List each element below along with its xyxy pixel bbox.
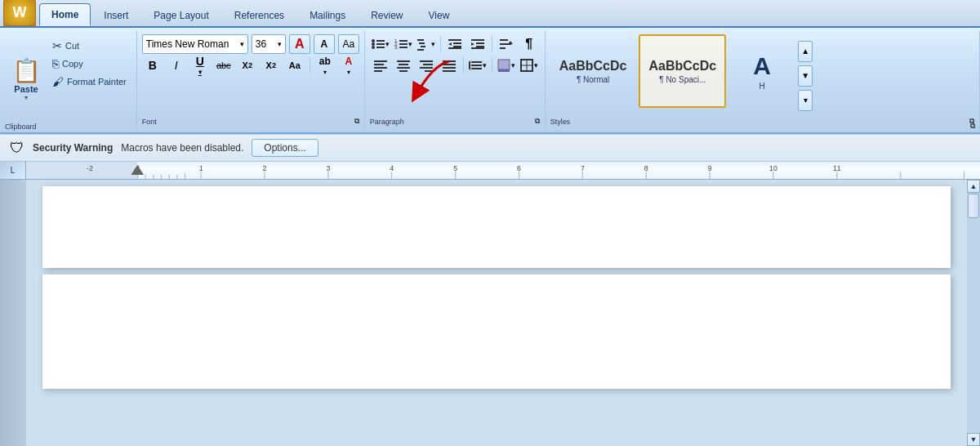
svg-point-3 — [372, 42, 375, 46]
show-hide-button[interactable]: ¶ — [519, 34, 540, 54]
para-row1: ▾ 1.2.3. ▾ ▾ — [370, 34, 540, 54]
sort-button[interactable] — [496, 34, 517, 54]
line-spacing-button[interactable]: ▾ — [467, 56, 488, 75]
multilevel-list-button[interactable]: ▾ — [416, 34, 437, 54]
svg-marker-50 — [469, 60, 470, 70]
font-group: Times New Roman ▾ 36 ▾ A A Aa B — [137, 31, 365, 129]
svg-text:8: 8 — [644, 164, 648, 172]
italic-button[interactable]: I — [166, 56, 187, 75]
doc-left-margin — [0, 180, 26, 446]
underline-button[interactable]: U ▾ — [189, 56, 211, 75]
shading-button[interactable]: ▾ — [496, 56, 517, 75]
cut-icon: ✂ — [52, 39, 62, 52]
security-title: Security Warning — [33, 142, 113, 154]
svg-marker-18 — [448, 42, 452, 46]
font-name-dropdown[interactable]: Times New Roman ▾ — [142, 34, 248, 54]
clear-format-button[interactable]: Aa — [338, 34, 359, 54]
styles-scroll-more[interactable]: ▾ — [798, 90, 813, 111]
styles-scroll: ▲ ▼ ▾ — [798, 34, 813, 117]
svg-text:2: 2 — [263, 164, 267, 172]
svg-rect-40 — [423, 64, 433, 65]
svg-text:3: 3 — [326, 164, 330, 172]
svg-rect-8 — [399, 40, 408, 42]
style-heading1[interactable]: A H — [729, 34, 795, 108]
justify-button[interactable] — [439, 56, 460, 75]
svg-rect-13 — [417, 39, 424, 41]
highlight-color-button[interactable]: ab ▾ — [314, 56, 336, 75]
tab-view[interactable]: View — [416, 3, 462, 26]
cut-button[interactable]: ✂ Cut — [49, 38, 130, 54]
bullets-button[interactable]: ▾ — [370, 34, 391, 54]
scroll-up-button[interactable]: ▲ — [967, 180, 980, 193]
tab-mailings[interactable]: Mailings — [297, 3, 358, 26]
svg-rect-34 — [374, 70, 382, 72]
tab-insert[interactable]: Insert — [91, 3, 140, 26]
paste-dropdown-arrow[interactable]: ▾ — [24, 94, 28, 101]
font-size-dropdown[interactable]: 36 ▾ — [252, 34, 286, 54]
font-shrink-button[interactable]: A — [314, 34, 335, 54]
svg-rect-22 — [471, 39, 484, 41]
style-no-spacing[interactable]: AaBbCcDc ¶ No Spaci... — [639, 34, 726, 108]
svg-rect-2 — [376, 40, 385, 42]
tab-home[interactable]: Home — [39, 3, 91, 26]
paste-button[interactable]: 📋 Paste ▾ — [5, 34, 47, 126]
ruler-area: L — [0, 162, 980, 180]
options-button[interactable]: Options... — [252, 139, 318, 157]
style-normal-preview: AaBbCcDc — [559, 59, 627, 74]
tab-review[interactable]: Review — [359, 3, 415, 26]
svg-rect-21 — [448, 47, 461, 49]
font-grow-button[interactable]: A — [289, 34, 310, 54]
change-case-button[interactable]: Aa — [284, 56, 305, 75]
svg-rect-52 — [498, 69, 510, 72]
para-separator2 — [492, 36, 492, 52]
doc-container: ▲ ▼ — [0, 180, 980, 446]
numbering-button[interactable]: 1.2.3. ▾ — [393, 34, 414, 54]
font-row2: B I U ▾ abc X2 X2 Aa ab ▾ A — [142, 56, 359, 75]
subscript-button[interactable]: X2 — [237, 56, 258, 75]
office-button[interactable]: W — [3, 0, 36, 26]
svg-rect-24 — [476, 42, 484, 44]
tab-page-layout[interactable]: Page Layout — [141, 3, 220, 26]
style-normal[interactable]: AaBbCcDc ¶ Normal — [550, 34, 636, 108]
tab-references[interactable]: References — [222, 3, 296, 26]
decrease-indent-button[interactable] — [444, 34, 466, 54]
svg-rect-44 — [443, 64, 456, 65]
bold-button[interactable]: B — [142, 56, 163, 75]
svg-text:9: 9 — [708, 164, 712, 172]
svg-rect-20 — [453, 46, 461, 47]
strikethrough-button[interactable]: abc — [213, 56, 234, 75]
clipboard-label: Clipboard — [5, 123, 37, 131]
doc-scroll-area — [26, 180, 967, 446]
svg-rect-6 — [376, 47, 385, 48]
scroll-down-button[interactable]: ▼ — [967, 433, 980, 446]
copy-button[interactable]: ⎘ Copy — [49, 56, 130, 72]
superscript-button[interactable]: X2 — [261, 56, 282, 75]
ruler-corner[interactable]: L — [0, 162, 26, 180]
paste-icon: 📋 — [12, 60, 41, 83]
doc-page-2[interactable] — [42, 274, 951, 389]
format-painter-button[interactable]: 🖌 Format Painter — [49, 74, 130, 90]
format-painter-icon: 🖌 — [52, 75, 64, 88]
styles-scroll-down[interactable]: ▼ — [798, 65, 813, 87]
styles-scroll-up[interactable]: ▲ — [798, 41, 813, 62]
svg-rect-49 — [471, 68, 482, 69]
separator — [310, 57, 310, 74]
doc-page-1[interactable] — [42, 186, 951, 268]
borders-button[interactable]: ▾ — [519, 56, 540, 75]
clipboard-expand-icon[interactable]: ⧉ — [970, 122, 975, 131]
align-center-button[interactable] — [393, 56, 414, 75]
scrollbar-vertical[interactable]: ▲ ▼ — [967, 180, 980, 446]
scroll-track — [967, 193, 980, 433]
svg-text:7: 7 — [581, 164, 585, 172]
svg-text:5: 5 — [453, 164, 457, 172]
align-left-button[interactable] — [370, 56, 391, 75]
svg-rect-42 — [425, 70, 433, 72]
svg-text:11: 11 — [833, 164, 841, 172]
font-color-button[interactable]: A ▾ — [338, 56, 359, 75]
svg-rect-35 — [397, 60, 410, 62]
scroll-thumb[interactable] — [968, 194, 979, 218]
svg-rect-25 — [476, 46, 484, 47]
increase-indent-button[interactable] — [467, 34, 488, 54]
align-right-button[interactable] — [416, 56, 437, 75]
style-no-spacing-label: ¶ No Spaci... — [659, 75, 706, 84]
